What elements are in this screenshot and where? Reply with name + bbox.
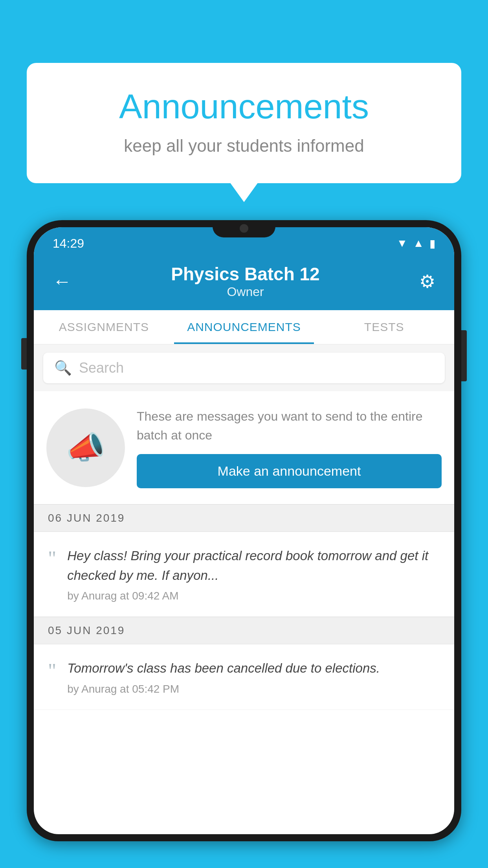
wifi-icon: ▼ [397,237,408,250]
search-bar[interactable]: 🔍 Search [43,353,445,383]
search-placeholder: Search [79,360,124,376]
back-button[interactable]: ← [53,270,72,292]
quote-icon-2: " [48,661,56,681]
search-container: 🔍 Search [34,345,454,391]
speech-bubble-subtitle: keep all your students informed [58,136,430,156]
app-header: ← Physics Batch 12 Owner ⚙ [34,256,454,310]
announcement-content-2: Tomorrow's class has been cancelled due … [67,658,440,695]
tab-tests[interactable]: TESTS [314,310,454,344]
side-button-right [461,330,467,381]
announcement-meta-1: by Anurag at 09:42 AM [67,590,440,602]
phone-outer: 14:29 ▼ ▲ ▮ ← Physics Batch 12 Owner ⚙ [27,220,461,841]
batch-role: Owner [72,285,419,299]
promo-icon-circle: 📣 [46,408,125,487]
announcement-meta-2: by Anurag at 05:42 PM [67,683,440,695]
announcement-item-2[interactable]: " Tomorrow's class has been cancelled du… [34,644,454,710]
announcement-text-2: Tomorrow's class has been cancelled due … [67,658,440,678]
status-icons: ▼ ▲ ▮ [397,237,435,250]
settings-icon[interactable]: ⚙ [419,271,435,292]
megaphone-icon: 📣 [66,429,105,466]
camera [240,224,248,233]
status-time: 14:29 [53,236,84,251]
date-separator-2: 05 JUN 2019 [34,617,454,644]
search-icon: 🔍 [54,360,72,376]
header-center: Physics Batch 12 Owner [72,263,419,299]
phone-mockup: 14:29 ▼ ▲ ▮ ← Physics Batch 12 Owner ⚙ [27,220,461,868]
speech-bubble-section: Announcements keep all your students inf… [27,63,461,183]
signal-icon: ▲ [413,237,424,250]
speech-bubble: Announcements keep all your students inf… [27,63,461,183]
tabs-bar: ASSIGNMENTS ANNOUNCEMENTS TESTS [34,310,454,345]
battery-icon: ▮ [429,237,435,250]
speech-bubble-title: Announcements [58,86,430,127]
announcement-content-1: Hey class! Bring your practical record b… [67,546,440,602]
promo-text: These are messages you want to send to t… [137,407,442,445]
make-announcement-button[interactable]: Make an announcement [137,454,442,488]
phone-screen: 14:29 ▼ ▲ ▮ ← Physics Batch 12 Owner ⚙ [34,227,454,834]
promo-right: These are messages you want to send to t… [137,407,442,488]
tab-announcements[interactable]: ANNOUNCEMENTS [174,310,314,344]
announcement-text-1: Hey class! Bring your practical record b… [67,546,440,585]
promo-section: 📣 These are messages you want to send to… [34,391,454,504]
date-separator-1: 06 JUN 2019 [34,504,454,532]
quote-icon-1: " [48,548,56,569]
tab-assignments[interactable]: ASSIGNMENTS [34,310,174,344]
side-button-left [21,338,27,370]
phone-notch [213,220,275,237]
announcement-item-1[interactable]: " Hey class! Bring your practical record… [34,532,454,617]
batch-title: Physics Batch 12 [72,263,419,285]
